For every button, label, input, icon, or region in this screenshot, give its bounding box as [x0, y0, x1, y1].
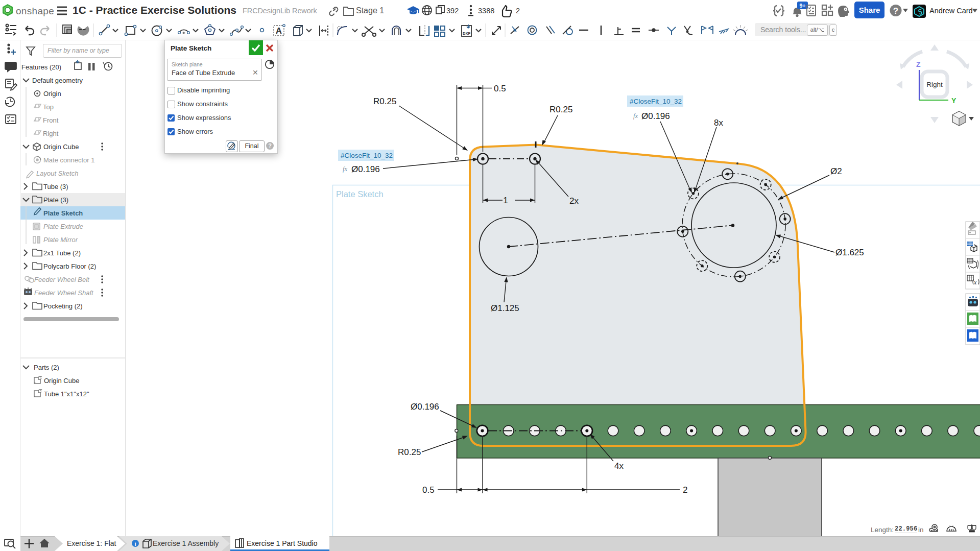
svg-text:Ø1.625: Ø1.625 [835, 248, 864, 257]
svg-text:9+: 9+ [800, 3, 806, 9]
svg-text:Ø2: Ø2 [830, 166, 842, 176]
svg-text:Right: Right [926, 81, 943, 88]
svg-text:2: 2 [683, 485, 687, 495]
svg-text:x: x [973, 279, 977, 286]
svg-text:#CloseFit_10_32: #CloseFit_10_32 [341, 152, 393, 159]
svg-text:Ø0.196: Ø0.196 [641, 111, 670, 121]
svg-text:0.5: 0.5 [494, 84, 506, 93]
svg-text:0.5: 0.5 [422, 485, 435, 495]
svg-text:DXF: DXF [463, 31, 470, 36]
svg-text:?: ? [893, 6, 898, 16]
svg-text:1: 1 [503, 196, 508, 205]
svg-text:R0.25: R0.25 [398, 447, 421, 457]
svg-text:i: i [134, 541, 136, 547]
svg-text:Ø1.125: Ø1.125 [491, 303, 519, 313]
svg-text:A: A [276, 26, 282, 36]
svg-text:Ø0.196: Ø0.196 [351, 164, 380, 174]
svg-text:R0.25: R0.25 [373, 97, 396, 106]
svg-text:fx: fx [633, 112, 638, 119]
svg-text:fx: fx [343, 165, 347, 173]
svg-text:Ø0.196: Ø0.196 [411, 402, 439, 412]
svg-text:Z: Z [916, 60, 921, 68]
svg-text:Plate Sketch: Plate Sketch [336, 189, 384, 199]
svg-text:2x: 2x [569, 196, 579, 206]
svg-text:4x: 4x [614, 461, 624, 471]
svg-text:#CloseFit_10_32: #CloseFit_10_32 [630, 98, 682, 105]
svg-text:R0.25: R0.25 [549, 105, 572, 114]
svg-text:Y: Y [951, 97, 957, 105]
svg-text:8x: 8x [714, 118, 723, 128]
